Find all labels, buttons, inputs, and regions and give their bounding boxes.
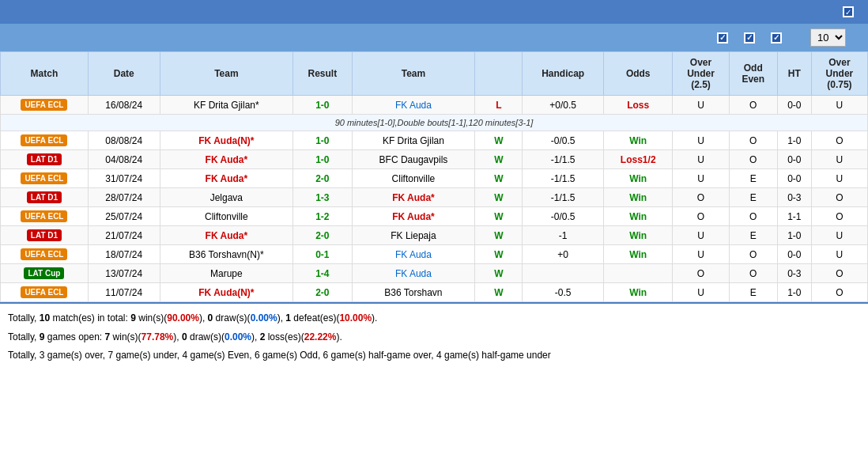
table-row: UEFA ECL18/07/24B36 Torshavn(N)*0-1FK Au…	[1, 245, 868, 264]
header: ✓	[0, 0, 868, 24]
over-under-075: O	[811, 207, 867, 226]
odd-even: E	[729, 283, 777, 302]
match-badge: UEFA ECL	[1, 283, 89, 302]
match-date: 31/07/24	[88, 169, 160, 188]
col-ht: HT	[777, 52, 811, 96]
match-date: 28/07/24	[88, 188, 160, 207]
team2-name: B36 Torshavn	[352, 283, 475, 302]
uefa-ecl-checkbox[interactable]: ✓	[771, 32, 782, 44]
over-under-075: O	[811, 283, 867, 302]
summary-section: Totally, 10 match(es) in total: 9 win(s)…	[0, 302, 868, 373]
match-badge: LAT D1	[1, 188, 89, 207]
summary-line3: Totally, 3 game(s) over, 7 game(s) under…	[8, 347, 860, 365]
scores-table: Match Date Team Result Team Handicap Odd…	[0, 51, 868, 302]
match-result: W	[475, 264, 523, 283]
ht-score: 0-0	[777, 245, 811, 264]
ht-score: 1-0	[777, 131, 811, 150]
team1-name: FK Auda*	[160, 169, 293, 188]
over-under-075: O	[811, 131, 867, 150]
over-under-25: U	[673, 131, 729, 150]
table-header-row: Match Date Team Result Team Handicap Odd…	[1, 52, 868, 96]
note-row: 90 minutes[1-0],Double bouts[1-1],120 mi…	[1, 115, 868, 131]
over-under-25: O	[673, 188, 729, 207]
col-match: Match	[1, 52, 89, 96]
match-badge: UEFA ECL	[1, 245, 89, 264]
table-row: UEFA ECL08/08/24FK Auda(N)*1-0KF Drita G…	[1, 131, 868, 150]
team2-name: FK Auda*	[352, 188, 475, 207]
team1-name: Marupe	[160, 264, 293, 283]
filter-bar: ✓ ✓ ✓ 10 5 15 20	[0, 24, 868, 51]
filter-lat-d1[interactable]: ✓	[717, 32, 731, 44]
over-under-075: U	[811, 150, 867, 169]
over-under-075: U	[811, 245, 867, 264]
col-handicap	[475, 52, 523, 96]
team2-name: FK Auda	[352, 264, 475, 283]
team1-name: FK Auda*	[160, 150, 293, 169]
table-row: UEFA ECL31/07/24FK Auda*2-0CliftonvilleW…	[1, 169, 868, 188]
handicap-value: +0	[523, 245, 604, 264]
match-result: W	[475, 169, 523, 188]
odds-value: Win	[603, 226, 672, 245]
over-under-075: O	[811, 188, 867, 207]
summary-line2: Totally, 9 games open: 7 win(s)(77.78%),…	[8, 329, 860, 346]
handicap-value: -0.5	[523, 283, 604, 302]
odd-even: O	[729, 207, 777, 226]
note-text: 90 minutes[1-0],Double bouts[1-1],120 mi…	[1, 115, 868, 131]
over-under-075: U	[811, 169, 867, 188]
match-score: 2-0	[293, 226, 352, 245]
odds-value: Loss	[603, 96, 672, 115]
over-under-25: O	[673, 264, 729, 283]
col-handicap-val: Handicap	[523, 52, 604, 96]
match-score: 2-0	[293, 283, 352, 302]
odd-even: O	[729, 264, 777, 283]
match-date: 16/08/24	[88, 96, 160, 115]
table-row: LAT D128/07/24Jelgava1-3FK Auda*W-1/1.5W…	[1, 188, 868, 207]
odds-value: Win	[603, 245, 672, 264]
match-score: 1-3	[293, 188, 352, 207]
ht-score: 1-0	[777, 283, 811, 302]
match-score: 2-0	[293, 169, 352, 188]
lat-d1-checkbox[interactable]: ✓	[717, 32, 728, 44]
match-badge: UEFA ECL	[1, 169, 89, 188]
match-score: 0-1	[293, 245, 352, 264]
filter-uefa-ecl[interactable]: ✓	[771, 32, 785, 44]
col-team2: Team	[352, 52, 475, 96]
team1-name: Jelgava	[160, 188, 293, 207]
ht-score: 0-3	[777, 188, 811, 207]
handicap-value: -1/1.5	[523, 188, 604, 207]
odd-even: O	[729, 96, 777, 115]
team1-name: B36 Torshavn(N)*	[160, 245, 293, 264]
match-date: 21/07/24	[88, 226, 160, 245]
table-row: LAT D104/08/24FK Auda*1-0BFC DaugavpilsW…	[1, 150, 868, 169]
header-right: ✓	[843, 6, 859, 17]
display-notes-checkbox[interactable]: ✓	[843, 6, 854, 17]
match-date: 18/07/24	[88, 245, 160, 264]
match-date: 13/07/24	[88, 264, 160, 283]
games-select[interactable]: 10 5 15 20	[810, 28, 846, 47]
team1-name: FK Auda*	[160, 226, 293, 245]
odds-value: Win	[603, 188, 672, 207]
lat-cup-checkbox[interactable]: ✓	[744, 32, 755, 44]
table-row: UEFA ECL11/07/24FK Auda(N)*2-0B36 Torsha…	[1, 283, 868, 302]
col-team1: Team	[160, 52, 293, 96]
odds-value: Win	[603, 169, 672, 188]
filter-lat-cup[interactable]: ✓	[744, 32, 758, 44]
team2-name: FK Liepaja	[352, 226, 475, 245]
col-odd-even: OddEven	[729, 52, 777, 96]
handicap-value: -1/1.5	[523, 150, 604, 169]
match-date: 08/08/24	[88, 131, 160, 150]
over-under-075: O	[811, 264, 867, 283]
team1-name: KF Drita Gjilan*	[160, 96, 293, 115]
team2-name: KF Drita Gjilan	[352, 131, 475, 150]
handicap-value: -0/0.5	[523, 131, 604, 150]
ht-score: 1-0	[777, 226, 811, 245]
team2-name: FK Auda*	[352, 207, 475, 226]
over-under-25: O	[673, 207, 729, 226]
match-result: W	[475, 131, 523, 150]
match-date: 11/07/24	[88, 283, 160, 302]
over-under-25: U	[673, 283, 729, 302]
handicap-value: -1	[523, 226, 604, 245]
ht-score: 0-0	[777, 96, 811, 115]
match-result: L	[475, 96, 523, 115]
team2-name: FK Auda	[352, 96, 475, 115]
